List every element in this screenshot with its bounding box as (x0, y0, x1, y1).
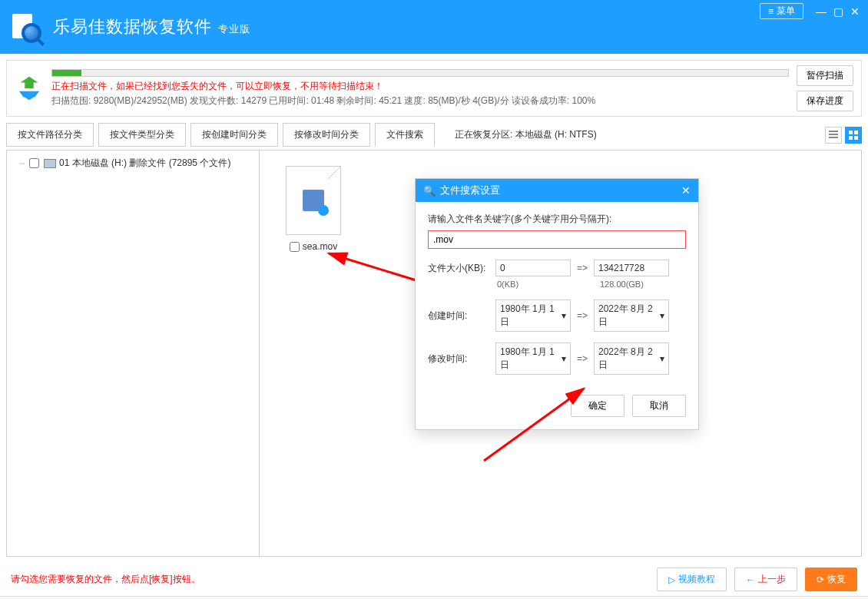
size-to-input[interactable]: 134217728 (594, 260, 669, 276)
ctime-from-picker[interactable]: 1980年 1月 1日▾ (495, 300, 571, 332)
menu-icon: ≡ (768, 6, 774, 17)
refresh-icon: ⟳ (817, 574, 824, 585)
app-title-text: 乐易佳数据恢复软件 (53, 15, 212, 38)
file-thumbnail (286, 166, 341, 235)
size-to-hint: 128.00(GB) (600, 280, 644, 289)
list-icon (829, 131, 838, 140)
dialog-header[interactable]: 🔍 文件搜索设置 ✕ (416, 179, 698, 202)
tab-file-search[interactable]: 文件搜索 (375, 123, 435, 147)
tab-by-mtime[interactable]: 按修改时间分类 (283, 123, 370, 147)
video-tutorial-button[interactable]: ▷ 视频教程 (657, 568, 727, 591)
search-settings-dialog: 🔍 文件搜索设置 ✕ 请输入文件名关键字(多个关键字用分号隔开): 文件大小(K… (415, 178, 699, 430)
keyword-label: 请输入文件名关键字(多个关键字用分号隔开): (428, 213, 686, 226)
play-icon: ▷ (668, 574, 675, 585)
file-name: sea.mov (303, 241, 337, 252)
ok-button[interactable]: 确定 (571, 395, 624, 417)
app-logo-icon (9, 11, 41, 43)
arrow-icon: => (577, 310, 588, 321)
dialog-close-button[interactable]: ✕ (681, 184, 691, 197)
cancel-button[interactable]: 取消 (632, 395, 686, 417)
view-grid-button[interactable] (845, 127, 862, 144)
scan-status-bar: 正在扫描文件，如果已经找到您丢失的文件，可以立即恢复，不用等待扫描结束！ 扫描范… (6, 60, 862, 117)
tab-by-ctime[interactable]: 按创建时间分类 (190, 123, 278, 147)
app-title: 乐易佳数据恢复软件 专业版 (53, 15, 250, 38)
svg-rect-1 (854, 131, 858, 134)
grid-icon (849, 131, 858, 140)
dialog-icon: 🔍 (423, 185, 436, 197)
size-from-input[interactable]: 0 (495, 260, 571, 276)
pause-scan-button[interactable]: 暂停扫描 (797, 65, 853, 86)
maximize-button[interactable]: ▢ (830, 5, 846, 18)
drive-icon (44, 159, 56, 168)
size-label: 文件大小(KB): (428, 262, 489, 275)
arrow-left-icon: ← (746, 574, 755, 585)
file-checkbox[interactable] (290, 242, 300, 252)
partition-status: 正在恢复分区: 本地磁盘 (H: NTFS) (455, 128, 597, 141)
minimize-button[interactable]: — (813, 5, 830, 18)
menu-button[interactable]: ≡ 菜单 (760, 3, 803, 19)
view-list-button[interactable] (825, 127, 842, 144)
recover-button[interactable]: ⟳ 恢复 (805, 568, 857, 591)
prev-step-button[interactable]: ← 上一步 (734, 568, 797, 591)
prev-label: 上一步 (758, 573, 786, 586)
file-tree[interactable]: ┈ 01 本地磁盘 (H:) 删除文件 (72895 个文件) (6, 151, 260, 557)
video-label: 视频教程 (678, 573, 715, 586)
file-item[interactable]: sea.mov (275, 166, 352, 252)
tree-node-label: 01 本地磁盘 (H:) 删除文件 (72895 个文件) (59, 157, 230, 170)
tab-by-type[interactable]: 按文件类型分类 (98, 123, 186, 147)
scan-warning-text: 正在扫描文件，如果已经找到您丢失的文件，可以立即恢复，不用等待扫描结束！ (51, 80, 789, 93)
select-hint-text: 请勾选您需要恢复的文件，然后点[恢复]按钮。 (11, 573, 200, 586)
size-from-hint: 0(KB) (497, 280, 572, 289)
tab-by-path[interactable]: 按文件路径分类 (6, 123, 94, 147)
scan-stats-text: 扫描范围: 9280(MB)/242952(MB) 发现文件数: 14279 已… (51, 94, 789, 108)
chevron-down-icon: ▾ (562, 310, 566, 321)
tree-node-root[interactable]: ┈ 01 本地磁盘 (H:) 删除文件 (72895 个文件) (12, 155, 254, 171)
progress-bar (51, 69, 789, 77)
mtime-from-picker[interactable]: 1980年 1月 1日▾ (495, 343, 571, 375)
svg-rect-2 (849, 136, 853, 140)
tree-checkbox[interactable] (29, 158, 39, 168)
arrow-icon: => (577, 263, 588, 273)
arrow-icon: => (577, 353, 588, 364)
ctime-label: 创建时间: (428, 309, 489, 323)
tree-connector-icon: ┈ (19, 158, 25, 169)
recover-label: 恢复 (827, 573, 846, 586)
close-button[interactable]: ✕ (846, 5, 863, 18)
recycle-icon (15, 74, 44, 103)
svg-rect-3 (854, 136, 858, 140)
video-file-icon (303, 190, 324, 211)
app-subtitle: 专业版 (218, 22, 250, 36)
mtime-to-picker[interactable]: 2022年 8月 2日▾ (594, 343, 669, 375)
title-bar: 乐易佳数据恢复软件 专业版 ≡ 菜单 — ▢ ✕ (0, 0, 868, 54)
chevron-down-icon: ▾ (660, 353, 664, 364)
keyword-input[interactable] (428, 230, 686, 249)
menu-label: 菜单 (777, 5, 795, 18)
mtime-label: 修改时间: (428, 352, 489, 366)
svg-rect-0 (849, 131, 853, 134)
ctime-to-picker[interactable]: 2022年 8月 2日▾ (594, 300, 669, 332)
dialog-title: 文件搜索设置 (440, 184, 500, 197)
chevron-down-icon: ▾ (562, 353, 566, 364)
save-progress-button[interactable]: 保存进度 (797, 91, 853, 111)
chevron-down-icon: ▾ (660, 310, 664, 321)
